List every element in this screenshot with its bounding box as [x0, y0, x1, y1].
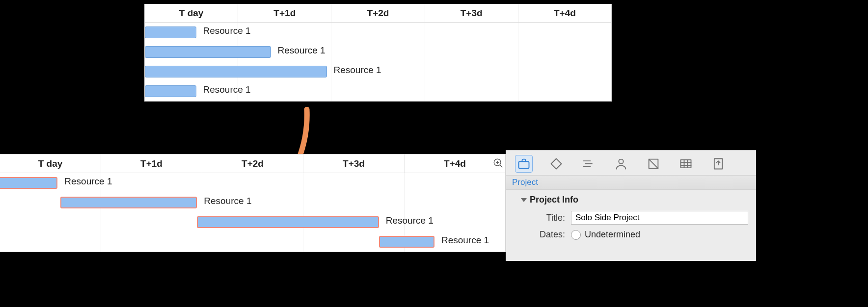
inspector-subhead: Project: [506, 175, 756, 190]
inspector-tab-milestone[interactable]: [547, 155, 565, 173]
task-bar[interactable]: [379, 236, 434, 248]
section-title-text: Project Info: [530, 195, 578, 205]
timeline-header: T day T+1d T+2d T+3d T+4d: [0, 154, 505, 173]
timeline-col: T+3d: [425, 4, 518, 22]
radio-icon[interactable]: [571, 230, 581, 240]
timeline-col: T+4d: [405, 154, 505, 173]
gantt-row: Resource 1: [145, 23, 611, 42]
task-label: Resource 1: [441, 235, 489, 246]
inspector-tabs: [506, 151, 756, 175]
gantt-row: Resource 1: [0, 173, 505, 193]
bars-icon: [582, 157, 596, 171]
inspector-tab-resource[interactable]: [612, 155, 630, 173]
timeline-col: T+2d: [331, 4, 425, 22]
timeline-col: T+3d: [303, 154, 405, 173]
title-row: Title:: [521, 211, 748, 225]
briefcase-icon: [517, 157, 531, 171]
task-bar[interactable]: [0, 177, 57, 189]
timeline-col: T+2d: [202, 154, 303, 173]
person-icon: [614, 157, 628, 171]
diamond-icon: [549, 157, 563, 171]
inspector-tab-export[interactable]: [709, 155, 727, 173]
disclosure-triangle-icon[interactable]: [521, 198, 527, 202]
gantt-before-panel: T day T+1d T+2d T+3d T+4d Resource 1Reso…: [144, 4, 612, 102]
timeline-col: T day: [0, 154, 101, 173]
inspector-tab-task[interactable]: [580, 155, 597, 173]
section-title[interactable]: Project Info: [521, 195, 748, 205]
task-label: Resource 1: [386, 215, 434, 226]
timeline-col: T+4d: [518, 4, 611, 22]
gantt-row: Resource 1: [0, 193, 505, 212]
gantt-body-bottom: Resource 1Resource 1Resource 1Resource 1: [0, 173, 505, 252]
task-label: Resource 1: [64, 176, 112, 187]
dates-row: Dates: Undetermined: [521, 230, 748, 240]
inspector-tab-project[interactable]: [515, 155, 533, 173]
gantt-body-top: Resource 1Resource 1Resource 1Resource 1: [145, 23, 611, 101]
task-label: Resource 1: [278, 45, 326, 56]
task-label: Resource 1: [334, 65, 381, 76]
task-label: Resource 1: [203, 84, 251, 95]
task-label: Resource 1: [204, 196, 251, 206]
task-bar[interactable]: [197, 216, 379, 228]
svg-rect-4: [519, 161, 529, 168]
share-icon: [711, 157, 725, 171]
svg-point-5: [619, 159, 623, 164]
project-info-section: Project Info Title: Dates: Undetermined: [506, 190, 756, 247]
gantt-row: Resource 1: [0, 232, 505, 252]
timeline-col: T+1d: [238, 4, 331, 22]
project-title-field[interactable]: [571, 211, 748, 225]
inspector-tab-columns[interactable]: [677, 155, 695, 173]
timeline-col: T day: [145, 4, 238, 22]
gantt-row: Resource 1: [145, 62, 611, 81]
timeline-col: T+1d: [101, 154, 202, 173]
gantt-row: Resource 1: [145, 42, 611, 62]
svg-line-1: [500, 165, 502, 167]
gantt-row: Resource 1: [145, 81, 611, 101]
dates-label: Dates:: [521, 230, 565, 240]
task-bar[interactable]: [145, 85, 196, 97]
svg-rect-7: [681, 160, 691, 168]
task-bar[interactable]: [60, 197, 197, 208]
task-bar[interactable]: [145, 46, 271, 58]
zoom-in-button[interactable]: [492, 157, 505, 170]
gantt-row: Resource 1: [0, 212, 505, 232]
inspector-panel: Project Project Info Title: Dates: Undet…: [506, 150, 756, 261]
dates-undetermined-option[interactable]: Undetermined: [571, 230, 640, 240]
inspector-tab-styles[interactable]: [645, 155, 662, 173]
timeline-header: T day T+1d T+2d T+3d T+4d: [145, 4, 611, 23]
swatch-icon: [647, 157, 660, 171]
table-icon: [679, 157, 693, 171]
task-bar[interactable]: [145, 66, 327, 77]
title-label: Title:: [521, 213, 565, 223]
task-label: Resource 1: [203, 26, 251, 36]
task-bar[interactable]: [145, 26, 196, 38]
gantt-after-panel: T day T+1d T+2d T+3d T+4d Resource 1Reso…: [0, 154, 506, 252]
